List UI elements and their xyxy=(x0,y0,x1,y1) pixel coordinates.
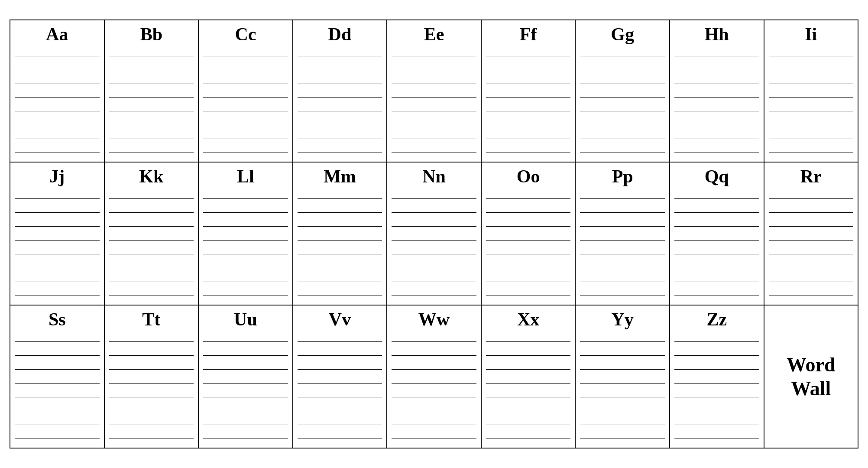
line xyxy=(298,226,382,227)
cell-zz: Zz xyxy=(670,306,764,448)
line xyxy=(580,296,665,296)
line xyxy=(298,296,382,296)
line xyxy=(109,296,194,296)
line xyxy=(392,268,476,268)
line xyxy=(392,212,476,213)
line xyxy=(15,254,100,254)
line xyxy=(392,282,476,282)
lines-ww xyxy=(392,333,476,444)
line xyxy=(392,411,476,411)
line xyxy=(674,111,759,111)
line xyxy=(109,212,194,213)
line xyxy=(486,296,571,296)
line xyxy=(486,411,571,411)
lines-yy xyxy=(580,333,665,444)
line xyxy=(109,411,194,411)
lines-ss xyxy=(15,333,100,444)
cell-uu: Uu xyxy=(199,306,293,448)
line xyxy=(109,84,194,84)
line xyxy=(203,153,288,153)
lines-aa xyxy=(15,48,100,158)
line xyxy=(392,198,476,199)
cell-kk: Kk xyxy=(105,162,199,306)
lines-uu xyxy=(203,333,288,444)
line xyxy=(392,383,476,384)
line xyxy=(486,268,571,268)
cell-pp: Pp xyxy=(576,162,670,306)
lines-vv xyxy=(298,333,382,444)
line xyxy=(15,240,100,240)
line xyxy=(674,282,759,282)
line xyxy=(15,397,100,397)
line xyxy=(203,282,288,282)
line xyxy=(674,226,759,227)
line xyxy=(109,56,194,56)
line xyxy=(486,341,571,342)
letter-hh: Hh xyxy=(674,24,759,45)
letter-ll: Ll xyxy=(203,166,288,187)
lines-oo xyxy=(486,190,571,301)
letter-oo: Oo xyxy=(486,166,571,187)
line xyxy=(486,282,571,282)
line xyxy=(203,425,288,425)
line xyxy=(15,111,100,111)
line xyxy=(203,98,288,98)
lines-hh xyxy=(674,48,759,158)
line xyxy=(15,153,100,153)
lines-rr xyxy=(769,190,854,301)
letter-dd: Dd xyxy=(298,24,382,45)
line xyxy=(392,240,476,240)
line xyxy=(15,341,100,342)
line xyxy=(769,111,854,111)
letter-aa: Aa xyxy=(15,24,100,45)
cell-tt: Tt xyxy=(105,306,199,448)
line xyxy=(109,439,194,439)
cell-nn: Nn xyxy=(387,162,482,306)
line xyxy=(109,198,194,199)
cell-dd: Dd xyxy=(293,20,388,162)
cell-gg: Gg xyxy=(576,20,670,162)
line xyxy=(674,425,759,425)
line xyxy=(674,125,759,125)
line xyxy=(298,139,382,139)
letter-uu: Uu xyxy=(203,309,288,330)
line xyxy=(298,240,382,240)
line xyxy=(203,341,288,342)
line xyxy=(769,212,854,213)
line xyxy=(203,56,288,56)
line xyxy=(392,397,476,397)
line xyxy=(203,84,288,84)
lines-nn xyxy=(392,190,476,301)
line xyxy=(486,383,571,384)
line xyxy=(203,383,288,384)
line xyxy=(15,212,100,213)
line xyxy=(486,198,571,199)
line xyxy=(109,240,194,240)
line xyxy=(203,397,288,397)
line xyxy=(203,411,288,411)
line xyxy=(298,111,382,111)
line xyxy=(769,84,854,84)
line xyxy=(203,254,288,254)
letter-mm: Mm xyxy=(298,166,382,187)
line xyxy=(580,84,665,84)
cell-yy: Yy xyxy=(576,306,670,448)
line xyxy=(203,369,288,370)
line xyxy=(15,369,100,370)
lines-bb xyxy=(109,48,194,158)
cell-ss: Ss xyxy=(10,306,105,448)
line xyxy=(674,369,759,370)
line xyxy=(15,268,100,268)
line xyxy=(109,111,194,111)
line xyxy=(109,226,194,227)
line xyxy=(203,212,288,213)
line xyxy=(580,56,665,56)
line xyxy=(674,198,759,199)
line xyxy=(769,282,854,282)
letter-ff: Ff xyxy=(486,24,571,45)
line xyxy=(109,397,194,397)
line xyxy=(580,355,665,356)
line xyxy=(392,226,476,227)
line xyxy=(109,369,194,370)
line xyxy=(109,254,194,254)
